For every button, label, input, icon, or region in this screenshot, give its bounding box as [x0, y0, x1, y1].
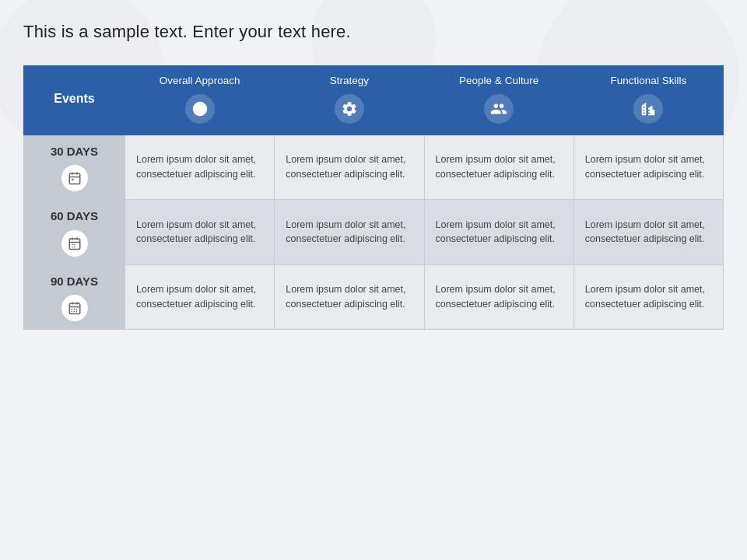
cell-r1-c3: Lorem ipsum dolor sit amet, consectetuer…: [573, 200, 723, 265]
cell-r2-c1: Lorem ipsum dolor sit amet, consectetuer…: [275, 264, 424, 330]
svg-rect-7: [72, 179, 73, 180]
table-row: 30 DAYS Lorem ipsum dolor sit amet, cons…: [24, 135, 724, 200]
day-cell-1: 60 DAYS: [24, 200, 125, 265]
day-icon: [61, 165, 88, 191]
col-header-strategy: Strategy: [275, 66, 424, 135]
day-label: 90 DAYS: [35, 273, 114, 291]
svg-rect-14: [72, 246, 73, 247]
day-label: 60 DAYS: [35, 208, 114, 226]
day-cell-0: 30 DAYS: [24, 135, 125, 200]
svg-rect-21: [73, 309, 75, 310]
col-header-people: People & Culture: [424, 66, 573, 135]
cell-r0-c1: Lorem ipsum dolor sit amet, consectetuer…: [275, 135, 424, 200]
svg-rect-22: [75, 309, 77, 310]
cell-r2-c0: Lorem ipsum dolor sit amet, consectetuer…: [125, 264, 275, 330]
table-row: 90 DAYS Lorem ipsum dolor sit amet, cons…: [24, 264, 724, 330]
svg-rect-15: [74, 246, 75, 247]
cell-r0-c0: Lorem ipsum dolor sit amet, consectetuer…: [125, 135, 275, 200]
cell-r1-c1: Lorem ipsum dolor sit amet, consectetuer…: [275, 200, 424, 265]
events-header: Events: [24, 66, 125, 135]
svg-rect-16: [69, 303, 80, 314]
day-cell-2: 90 DAYS: [24, 264, 125, 330]
strategy-icon: [335, 94, 364, 124]
people-icon: [484, 94, 514, 124]
col-header-overall: Overall Approach: [125, 66, 275, 135]
cell-r1-c2: Lorem ipsum dolor sit amet, consectetuer…: [424, 200, 573, 265]
svg-rect-23: [71, 311, 72, 313]
svg-rect-20: [71, 309, 72, 310]
header-row: Events Overall Approach Strategy: [24, 66, 724, 135]
cell-r1-c0: Lorem ipsum dolor sit amet, consectetuer…: [125, 200, 275, 265]
cell-r0-c2: Lorem ipsum dolor sit amet, consectetuer…: [424, 135, 573, 200]
cell-r2-c3: Lorem ipsum dolor sit amet, consectetuer…: [573, 264, 723, 330]
svg-rect-24: [73, 311, 75, 313]
cell-r2-c2: Lorem ipsum dolor sit amet, consectetuer…: [424, 264, 573, 330]
functional-skills-icon: [633, 94, 663, 124]
page-container: This is a sample text. Enter your text h…: [0, 0, 747, 345]
col-header-functional: Functional Skills: [573, 66, 723, 135]
svg-rect-25: [75, 311, 77, 313]
table-body: 30 DAYS Lorem ipsum dolor sit amet, cons…: [24, 135, 724, 330]
overall-approach-icon: [185, 94, 215, 124]
main-table: Events Overall Approach Strategy: [23, 65, 724, 330]
svg-rect-13: [74, 243, 75, 245]
table-row: 60 DAYS Lorem ipsum dolor sit amet, cons…: [24, 200, 724, 265]
day-icon: [61, 230, 88, 257]
cell-r0-c3: Lorem ipsum dolor sit amet, consectetuer…: [573, 135, 723, 200]
svg-rect-12: [72, 243, 73, 245]
day-icon: [61, 295, 88, 321]
svg-rect-3: [69, 173, 80, 184]
day-label: 30 DAYS: [35, 143, 114, 161]
page-title: This is a sample text. Enter your text h…: [23, 22, 724, 42]
